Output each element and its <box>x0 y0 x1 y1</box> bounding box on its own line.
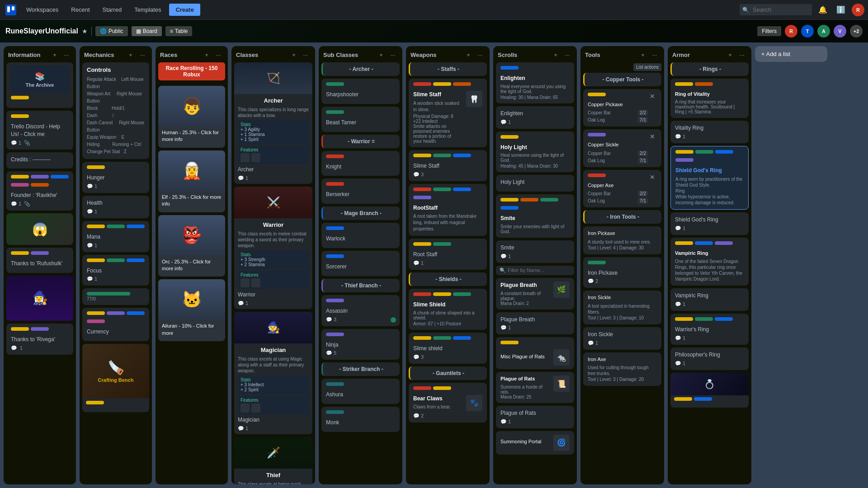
card-controls[interactable]: Controls Regular Attack Left Mouse Butto… <box>82 62 149 159</box>
visibility-button[interactable]: 🌐 Public <box>95 26 128 36</box>
board-star-icon[interactable]: ★ <box>82 28 88 35</box>
card-ninja[interactable]: Ninja 💬 5 <box>321 329 400 360</box>
card-slime-staff[interactable]: Slime Staff A wooden stick soaked in sli… <box>409 79 487 147</box>
list-menu-button-subclasses[interactable]: ··· <box>388 50 398 60</box>
templates-button[interactable]: Templates <box>130 5 165 15</box>
card-warlock[interactable]: Warlock <box>321 223 400 248</box>
member-avatar-4[interactable]: V <box>834 25 846 38</box>
card-enlighten-2[interactable]: Enlighten 💬 1 <box>496 106 574 129</box>
subclass-header-thief[interactable]: - Thief Branch - <box>321 279 400 292</box>
card-health[interactable]: Health 💬 1 <box>82 196 149 218</box>
info-button[interactable]: ℹ️ <box>834 3 848 17</box>
card-holy-light[interactable]: Holy Light Heal someone using the light … <box>496 131 574 173</box>
card-vampiric-ring-2[interactable]: Vampiric Ring 💬 1 <box>670 288 749 311</box>
card-plague-rats-2[interactable]: Plague of Rats 💬 1 <box>496 406 574 428</box>
list-add-button-classes[interactable]: + <box>289 50 299 60</box>
weapon-header-shields[interactable]: - Shields - <box>409 272 487 286</box>
card-enlighten[interactable]: Enlighten Heal everyone around you using… <box>496 62 574 103</box>
card-summoning-portal[interactable]: Summoning Portal 🌀 <box>496 431 574 455</box>
search-input[interactable] <box>740 4 812 15</box>
card-bear-claws[interactable]: Bear Claws Claws from a bear. 🐾 💬 2 <box>409 383 487 422</box>
member-avatar-3[interactable]: A <box>817 25 830 38</box>
list-add-button-races[interactable]: + <box>202 50 212 60</box>
board-title[interactable]: RuneSlayerUnofficial <box>5 27 78 35</box>
list-menu-button-information[interactable]: ··· <box>61 50 71 60</box>
list-add-button-weapons[interactable]: + <box>463 50 473 60</box>
card-face-image[interactable]: 😱 <box>6 213 73 245</box>
card-mana[interactable]: Mana 💬 1 <box>82 221 149 252</box>
card-holy-light-2[interactable]: Holy Light <box>496 175 574 192</box>
recent-button[interactable]: Recent <box>66 5 94 15</box>
card-vampiric-ring[interactable]: Vampiric Ring One of the failed Seven Dr… <box>670 238 749 286</box>
card-sharpshooter[interactable]: Sharpshooter <box>321 79 400 104</box>
card-class-archer[interactable]: 🏹 Archer This class specializes in long … <box>234 62 312 184</box>
list-menu-button-races[interactable]: ··· <box>213 50 223 60</box>
card-class-magician[interactable]: 🧙 Magician This class excels at using Ma… <box>234 312 312 434</box>
card-slime-staff-2[interactable]: Slime Staff 💬 3 <box>409 150 487 181</box>
card-race-human[interactable]: 👦 Human - 25.3% - Click for more info <box>158 86 225 148</box>
armor-header-rings[interactable]: - Rings - <box>670 62 749 76</box>
card-monk[interactable]: Monk <box>321 407 400 432</box>
board-view-button[interactable]: ▦ Board <box>132 26 162 36</box>
starred-button[interactable]: Starred <box>98 5 127 15</box>
card-shield-gods-ring-2[interactable]: Shield God's Ring 💬 1 <box>670 212 749 235</box>
card-vitality-ring[interactable]: Vitality Ring 💬 1 <box>670 121 749 143</box>
card-warriors-ring[interactable]: Warrior's Ring 💬 1 <box>670 314 749 345</box>
card-class-warrior[interactable]: ⚔️ Warrior This class excels in melee co… <box>234 187 312 309</box>
subclass-header-striker[interactable]: - Striker Branch - <box>321 362 400 376</box>
card-beast-tamer[interactable]: Beast Tamer <box>321 107 400 132</box>
card-iron-pickaxe[interactable]: Iron Pickaxe 💬 2 <box>583 257 661 288</box>
card-slime-shield-2[interactable]: Slime shield 💬 3 <box>409 333 487 364</box>
card-crafting-bench[interactable]: 🪚 Crafting Bench <box>82 344 149 412</box>
list-menu-button-tools[interactable]: ··· <box>650 50 660 60</box>
card-copper-axe[interactable]: Copper Axe Copper Bar2/2 Oak Log7/1 ✕ <box>583 170 661 207</box>
card-knight[interactable]: Knight <box>321 151 400 176</box>
remove-button[interactable]: ✕ <box>648 174 657 181</box>
card-assassin[interactable]: Assassin 💬 3 <box>321 295 400 326</box>
list-add-button-armor[interactable]: + <box>725 50 735 60</box>
list-menu-button-classes[interactable]: ··· <box>301 50 311 60</box>
weapon-header-gauntlets[interactable]: - Gauntlets - <box>409 366 487 380</box>
member-avatar-1[interactable]: R <box>785 25 797 38</box>
card-bottom[interactable]: Thanks to 'Rivega' 💬 1 <box>6 324 73 355</box>
card-race-orc[interactable]: 👺 Orc - 25.3% - Click for more info <box>158 215 225 277</box>
list-add-button-scrolls[interactable]: + <box>551 50 561 60</box>
card-misc-rats[interactable]: Misc Plague of Rats 🐀 <box>496 337 574 369</box>
card-founder[interactable]: Founder : 'Ravikhe' 💬 1 📎 <box>6 171 73 211</box>
card-credits[interactable]: Credits : ---------- <box>6 152 73 169</box>
card-iron-sickle-desc[interactable]: Iron Sickle A tool specialized in harves… <box>583 291 661 324</box>
card-plague-breath[interactable]: Plague Breath A constant breath of plagu… <box>496 278 574 310</box>
table-view-button[interactable]: ≡ Table <box>165 26 193 36</box>
create-button[interactable]: Create <box>169 4 200 16</box>
weapon-header-staffs[interactable]: - Staffs - <box>409 62 487 76</box>
card-philosophers-ring[interactable]: Philosopher's Ring 💬 1 <box>670 347 749 370</box>
list-add-button-subclasses[interactable]: + <box>376 50 386 60</box>
card-robux[interactable]: Race Rerolling - 150 Robux <box>158 62 225 83</box>
card-smite-2[interactable]: Smite 💬 1 <box>496 240 574 263</box>
notification-button[interactable]: 🔔 <box>816 3 830 17</box>
card-iron-pickaxe-desc[interactable]: Iron Pickaxe A sturdy tool used to mine … <box>583 226 661 254</box>
card-root-staff[interactable]: RootStaff A root taken from the Mandrake… <box>409 184 487 236</box>
card-thanks-rufushulk[interactable]: Thanks to 'Rufushulk' <box>6 248 73 273</box>
card-copper-sickle[interactable]: Copper Sickle Copper Bar2/2 Oak Log7/1 ✕ <box>583 129 661 167</box>
card-focus[interactable]: Focus 💬 1 <box>82 255 149 286</box>
subclass-header-archer[interactable]: - Archer - <box>321 62 400 76</box>
card-currency[interactable]: Currency <box>82 308 149 341</box>
filter-input[interactable] <box>508 267 571 273</box>
card-iron-axe-desc[interactable]: Iron Axe Used for cutting through tough … <box>583 352 661 386</box>
list-menu-button-mechanics[interactable]: ··· <box>137 50 147 60</box>
list-add-button-information[interactable]: + <box>50 50 60 60</box>
member-avatar-2[interactable]: T <box>801 25 814 38</box>
card-discord[interactable]: Trello Discord - Help Us! - Click me 💬 1… <box>6 111 73 150</box>
add-list-button[interactable]: + Add a list <box>755 46 827 62</box>
list-add-button-mechanics[interactable]: + <box>126 50 136 60</box>
list-menu-button-weapons[interactable]: ··· <box>475 50 485 60</box>
list-menu-button-scrolls[interactable]: ··· <box>562 50 572 60</box>
card-ring-vitality-desc[interactable]: Ring of Vitality A ring that increases y… <box>670 79 749 118</box>
trello-logo[interactable] <box>4 3 18 17</box>
card-iron-sickle[interactable]: Iron Sickle 💬 1 <box>583 327 661 350</box>
avatar[interactable]: R <box>852 4 864 16</box>
card-ashura[interactable]: Ashura <box>321 379 400 404</box>
card-shield-gods-ring[interactable]: Shield God's Ring A ring worn by practit… <box>670 146 749 210</box>
card-race-ailuran[interactable]: 🐱 Ailuran - 10% - Click for more <box>158 279 225 341</box>
